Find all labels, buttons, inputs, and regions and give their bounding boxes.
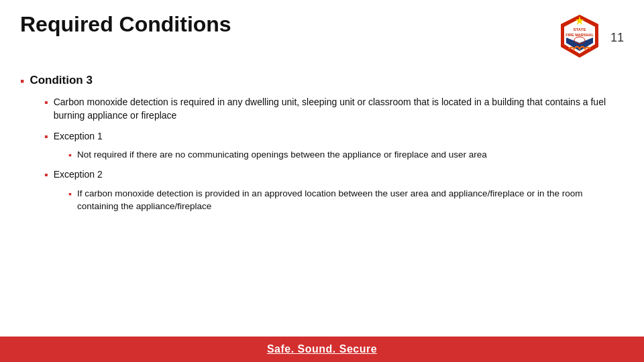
footer-text: Safe. Sound. Secure bbox=[267, 343, 377, 355]
header-right: STATE FIRE MARSHAL 11 bbox=[555, 12, 624, 60]
slide-number: 11 bbox=[610, 31, 624, 45]
svg-text:STATE: STATE bbox=[574, 27, 586, 32]
exception-2-text: If carbon monoxide detection is provided… bbox=[77, 187, 624, 213]
condition-3-label: Condition 3 bbox=[30, 74, 92, 87]
bullet-marker-l3-exc2: ▪ bbox=[68, 188, 72, 199]
fire-marshal-badge: STATE FIRE MARSHAL bbox=[555, 12, 604, 60]
exception-1-text: Not required if there are no communicati… bbox=[77, 148, 487, 162]
svg-text:FIRE MARSHAL: FIRE MARSHAL bbox=[566, 33, 594, 37]
exception-2-sub-item: ▪ If carbon monoxide detection is provid… bbox=[68, 187, 624, 213]
footer-bar: Safe. Sound. Secure bbox=[0, 337, 644, 362]
exception-1-sub-item: ▪ Not required if there are no communica… bbox=[68, 148, 624, 162]
bullet-marker-l3-exc1: ▪ bbox=[68, 149, 72, 160]
bullet-marker-l2-exc1: ▪ bbox=[44, 131, 48, 143]
carbon-monoxide-text: Carbon monoxide detection is required in… bbox=[54, 95, 624, 123]
carbon-monoxide-item: ▪ Carbon monoxide detection is required … bbox=[44, 95, 624, 123]
slide-page: Required Conditions STATE FIRE MARSHAL bbox=[0, 0, 644, 362]
exception-1-label: Exception 1 bbox=[54, 129, 103, 143]
bullet-marker-l2-exc2: ▪ bbox=[44, 169, 48, 181]
header: Required Conditions STATE FIRE MARSHAL bbox=[0, 0, 644, 60]
bullet-marker-l2-carbon: ▪ bbox=[44, 97, 48, 109]
exception-2-item: ▪ Exception 2 bbox=[44, 168, 624, 181]
exception-2-label: Exception 2 bbox=[54, 168, 103, 181]
bullet-marker-l1-condition: ▪ bbox=[20, 74, 24, 88]
condition-3-item: ▪ Condition 3 bbox=[20, 74, 624, 88]
content-area: ▪ Condition 3 ▪ Carbon monoxide detectio… bbox=[0, 60, 644, 337]
page-title: Required Conditions bbox=[20, 12, 231, 37]
exception-1-item: ▪ Exception 1 bbox=[44, 129, 624, 143]
